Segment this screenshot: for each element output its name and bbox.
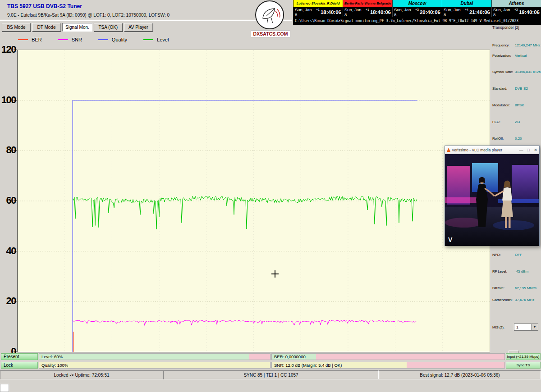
legend-label: Level	[157, 37, 169, 42]
video-scene	[445, 154, 539, 246]
y-tick	[14, 150, 17, 150]
world-clocks: Lučenec-Slovakia_R.Dávid Sun, Jan 8 +1 1…	[293, 0, 541, 17]
legend-label: Quality	[112, 37, 127, 42]
param-row-bitrate: BitRate: 62,195 Mbit/s	[492, 286, 541, 291]
clock-time-value: 21:40:06	[469, 9, 490, 15]
param-row-standard: Standard: DVB-S2	[492, 87, 541, 91]
y-tick	[14, 251, 17, 251]
close-button[interactable]: ✕	[532, 148, 539, 152]
clock-city-label: Moscow	[393, 0, 442, 7]
y-tick	[14, 50, 17, 50]
present-indicator: Present	[1, 353, 38, 360]
header-divider	[0, 20, 292, 21]
level-line-swatch	[143, 39, 153, 40]
vlc-video: V	[445, 154, 539, 246]
maximize-button[interactable]: □	[525, 148, 532, 152]
transponder-header: Transponder [2]	[492, 25, 519, 30]
legend-label: BER	[32, 37, 42, 42]
sync-counters-status: SYNC 85 | TEI 1 | CC 1057	[163, 370, 379, 379]
utc-offset: +3	[415, 7, 419, 11]
legend-item-level: Level	[143, 37, 169, 42]
signal-chart: BER SNR Quality Level 120 100 80 60 40 2…	[0, 32, 491, 352]
input-rate-box: Input (~21,39 Mbps)	[506, 353, 541, 360]
bs-mode-button[interactable]: BS Mode	[2, 23, 31, 32]
clock-city-label: Berlin-Paris-Vienna-Belgrade	[343, 0, 393, 7]
utc-offset: +1	[366, 7, 369, 11]
vlc-titlebar[interactable]: Verissimo - VLC media player — □ ✕	[445, 146, 539, 154]
param-row-rolloff: RollOff: 0.20	[492, 137, 541, 141]
clock-time-value: 19:40:06	[519, 9, 540, 15]
lock-indicator: Lock	[1, 362, 38, 369]
quality-text: Quality: 100%	[39, 363, 68, 368]
quality-line-swatch	[98, 39, 108, 40]
tsa-button[interactable]: TSA (OK)	[94, 23, 123, 32]
clock-time-display: Sun, Jan 8 +1 18:40:06	[293, 7, 343, 17]
level-text: Level: 60%	[39, 354, 63, 359]
clock-lucenec: Lučenec-Slovakia_R.Dávid Sun, Jan 8 +1 1…	[293, 0, 343, 17]
clock-dubai: Dubai Sun, Jan 8 +4 21:40:06	[442, 0, 492, 17]
av-player-button[interactable]: AV Player	[124, 23, 153, 32]
y-tick	[14, 201, 17, 201]
legend-item-ber: BER	[18, 37, 42, 42]
param-row-polarization: Polarization: Vertical	[492, 54, 541, 59]
device-title: TBS 5927 USB DVB-S2 Tuner	[7, 3, 82, 9]
channel-logo: V	[448, 236, 452, 243]
legend-label: SNR	[72, 37, 82, 42]
param-row-symbol-rate: Symbol Rate: 31396,831 KS/s	[492, 70, 541, 75]
clock-moscow: Moscow Sun, Jan 8 +3 20:40:06	[393, 0, 442, 17]
param-row-npd: NPD: OFF	[492, 253, 541, 258]
param-row-rf-level: RF Level: -45 dBm	[492, 269, 541, 274]
best-signal-status: Best signal: 12,7 dB (2023-01-06 05:36)	[379, 370, 541, 379]
clock-time-display: Sun, Jan 8 +2 19:40:06	[492, 7, 541, 17]
mis-value: 1	[514, 325, 518, 329]
y-tick	[14, 351, 17, 351]
command-prompt-text: C:\Users\Roman Dávid>Signal monitoring_P…	[295, 19, 518, 23]
param-row-carrierwidth: CarrierWidth: 37,676 MHz	[492, 298, 541, 303]
clock-city-label: Dubai	[442, 0, 492, 7]
vlc-cone-icon	[447, 148, 450, 152]
bar-fill	[39, 362, 270, 368]
satellite-info: 9.0E - Eutelsat 9B/Ka-Sat 9A (ID: 0090) …	[7, 13, 170, 18]
dt-mode-button[interactable]: DT Mode	[32, 23, 61, 32]
clock-berlin: Berlin-Paris-Vienna-Belgrade Sun, Jan 8 …	[343, 0, 393, 17]
clock-time-display: Sun, Jan 8 +3 20:40:06	[393, 7, 442, 17]
utc-offset: +1	[316, 7, 320, 11]
uptime-status: Locked -> Uptime: 72:05:51	[0, 370, 163, 379]
mis-dropdown[interactable]: 1 ▾	[514, 324, 538, 331]
level-bar: Level: 60%	[39, 353, 270, 360]
param-row-fec: FEC: 2/3	[492, 120, 541, 125]
mode-button-row: BS Mode DT Mode Signal Mon. TSA (OK) AV …	[2, 23, 153, 32]
sync-ts-box: Sync TS	[506, 362, 541, 369]
vlc-window: Verissimo - VLC media player — □ ✕	[445, 146, 540, 246]
signal-plot	[18, 50, 490, 352]
utc-offset: +4	[465, 7, 468, 11]
param-row-modulation: Modulation: 8PSK	[492, 103, 541, 108]
clock-time-value: 20:40:06	[420, 9, 440, 15]
mouse-crosshair	[271, 270, 279, 278]
bar-rest	[316, 354, 504, 360]
clock-date: Sun, Jan 8	[295, 7, 315, 17]
crosshair-v	[275, 270, 275, 278]
plot-area[interactable]	[17, 50, 490, 352]
ber-bar: BER: 0,0000000	[271, 353, 505, 360]
ber-line-swatch	[18, 39, 28, 40]
ber-text: BER: 0,0000000	[272, 354, 306, 359]
clock-date: Sun, Jan 8	[344, 7, 365, 17]
bar-fill	[39, 354, 249, 360]
dxsatcs-logo	[255, 0, 284, 29]
signal-mon-button[interactable]: Signal Mon.	[62, 23, 92, 32]
bar-rest	[249, 354, 270, 360]
bar-rest	[407, 362, 504, 368]
clock-time-display: Sun, Jan 8 +4 21:40:06	[442, 7, 492, 17]
bottom-left-white-box	[0, 384, 9, 392]
chart-legend: BER SNR Quality Level	[18, 37, 169, 42]
minimize-button[interactable]: —	[518, 148, 525, 152]
clock-city-label: Athens	[492, 0, 541, 7]
clock-date: Sun, Jan 8	[394, 7, 414, 17]
clock-time-display: Sun, Jan 8 +1 18:40:06	[343, 7, 393, 17]
command-prompt: C:\Users\Roman Dávid>Signal monitoring_P…	[293, 17, 541, 25]
clock-date: Sun, Jan 8	[444, 7, 464, 17]
chevron-down-icon: ▾	[531, 324, 538, 330]
y-tick	[14, 100, 17, 100]
snr-text: SNR: 12,0 dB (Margin: 5,4 dB | OK)	[272, 363, 342, 368]
